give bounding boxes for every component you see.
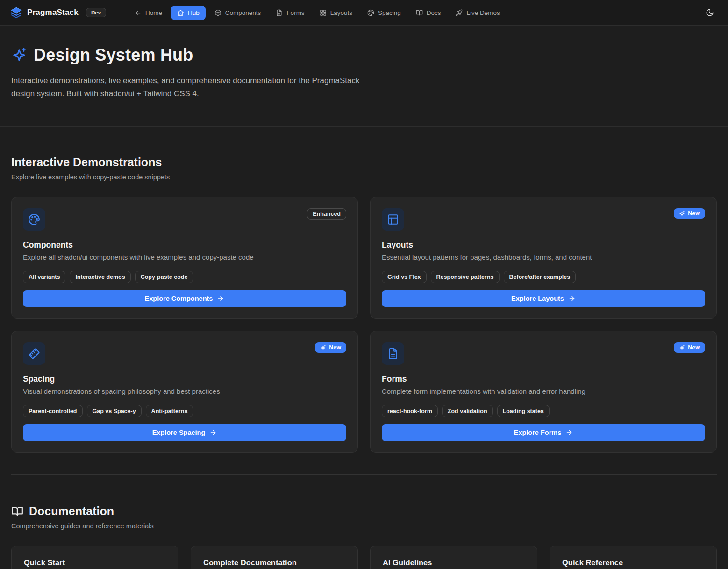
page-subtitle: Interactive demonstrations, live example…: [11, 74, 362, 100]
page-title: Design System Hub: [34, 45, 193, 65]
demo-card-forms: New Forms Complete form implementations …: [370, 331, 717, 453]
package-icon: [214, 9, 221, 16]
moon-icon: [706, 8, 714, 17]
doc-card-complete-documentation[interactable]: Complete Documentation Full design syste…: [191, 546, 358, 569]
sparkles-icon: [320, 345, 326, 351]
nav-label: Forms: [286, 9, 304, 16]
card-description: Essential layout patterns for pages, das…: [382, 253, 705, 261]
book-open-icon: [11, 505, 23, 518]
arrow-left-icon: [135, 9, 142, 16]
explore-components-button[interactable]: Explore Components: [23, 290, 346, 307]
doc-card-quick-start[interactable]: Quick Start 5-minute crash course: [11, 546, 178, 569]
home-icon: [177, 9, 184, 16]
sparkles-icon: [679, 345, 685, 351]
explore-forms-button[interactable]: Explore Forms: [382, 424, 705, 441]
top-navbar: PragmaStack Dev Home Hub Components Fo: [0, 0, 728, 26]
tag-row: Parent-controlled Gap vs Space-y Anti-pa…: [23, 405, 346, 417]
brand-name: PragmaStack: [27, 8, 79, 17]
card-title: Layouts: [382, 240, 705, 250]
card-description: Complete form implementations with valid…: [382, 387, 705, 395]
badge-label: New: [329, 344, 341, 351]
card-description: Visual demonstrations of spacing philoso…: [23, 387, 346, 395]
badge-label: New: [688, 344, 700, 351]
tag: Copy-paste code: [135, 271, 193, 283]
panels-top-left-icon: [382, 208, 404, 231]
tag: Grid vs Flex: [382, 271, 427, 283]
nav-label: Layouts: [330, 9, 352, 16]
tag: Responsive patterns: [431, 271, 500, 283]
section-divider: [11, 474, 717, 475]
nav-item-spacing[interactable]: Spacing: [361, 6, 407, 20]
main-content: Interactive Demonstrations Explore live …: [0, 156, 728, 569]
nav-label: Home: [145, 9, 162, 16]
card-description: Explore all shadcn/ui components with li…: [23, 253, 346, 261]
file-text-icon: [276, 9, 283, 16]
layers-logo-icon: [10, 7, 22, 19]
status-badge: Enhanced: [307, 208, 346, 220]
doc-card-quick-reference[interactable]: Quick Reference Cheat sheet for lookups: [550, 546, 717, 569]
tag: react-hook-form: [382, 405, 438, 417]
demo-card-grid: Enhanced Components Explore all shadcn/u…: [11, 197, 717, 453]
nav-item-components[interactable]: Components: [208, 6, 267, 20]
demo-card-spacing: New Spacing Visual demonstrations of spa…: [11, 331, 358, 453]
nav-label: Docs: [427, 9, 441, 16]
arrow-right-icon: [568, 295, 576, 302]
explore-spacing-button[interactable]: Explore Spacing: [23, 424, 346, 441]
demos-section: Interactive Demonstrations Explore live …: [11, 156, 717, 475]
env-badge: Dev: [86, 8, 106, 17]
layout-grid-icon: [320, 9, 327, 16]
nav-item-forms[interactable]: Forms: [270, 6, 310, 20]
tag: Before/after examples: [504, 271, 576, 283]
docs-heading: Documentation: [29, 505, 114, 518]
button-label: Explore Spacing: [152, 429, 206, 436]
card-title: Complete Documentation: [203, 558, 345, 567]
nav-item-home[interactable]: Home: [128, 6, 168, 20]
demos-heading: Interactive Demonstrations: [11, 156, 717, 169]
tag-row: All variants Interactive demos Copy-past…: [23, 271, 346, 283]
status-badge: New: [674, 342, 705, 353]
file-text-icon: [382, 342, 404, 365]
sparkles-icon: [679, 211, 685, 217]
doc-card-ai-guidelines[interactable]: AI Guidelines Rules for AI code generati…: [370, 546, 537, 569]
nav-label: Live Demos: [466, 9, 500, 16]
ruler-icon: [23, 342, 45, 365]
tag-row: react-hook-form Zod validation Loading s…: [382, 405, 705, 417]
nav-item-docs[interactable]: Docs: [410, 6, 447, 20]
button-label: Explore Layouts: [511, 295, 564, 302]
status-badge: New: [315, 342, 346, 353]
button-label: Explore Components: [145, 295, 213, 302]
docs-section: Documentation Comprehensive guides and r…: [11, 505, 717, 569]
tag: Loading states: [497, 405, 550, 417]
explore-layouts-button[interactable]: Explore Layouts: [382, 290, 705, 307]
card-title: Forms: [382, 374, 705, 384]
arrow-right-icon: [209, 429, 217, 436]
nav-item-live-demos[interactable]: Live Demos: [450, 6, 506, 20]
tag: Interactive demos: [70, 271, 130, 283]
palette-icon: [23, 208, 45, 231]
demos-subheading: Explore live examples with copy-paste co…: [11, 173, 717, 181]
nav-item-hub[interactable]: Hub: [171, 6, 206, 20]
book-open-icon: [416, 9, 423, 16]
card-title: Components: [23, 240, 346, 250]
nav-item-layouts[interactable]: Layouts: [314, 6, 358, 20]
hero-section: Design System Hub Interactive demonstrat…: [0, 26, 728, 127]
main-nav: Home Hub Components Forms Layouts: [128, 6, 506, 20]
demo-card-components: Enhanced Components Explore all shadcn/u…: [11, 197, 358, 319]
rocket-icon: [456, 9, 463, 16]
arrow-right-icon: [565, 429, 573, 436]
palette-icon: [367, 9, 374, 16]
sparkles-icon: [11, 47, 27, 63]
tag: Gap vs Space-y: [87, 405, 142, 417]
tag: Zod validation: [442, 405, 493, 417]
arrow-right-icon: [217, 295, 224, 302]
docs-card-grid: Quick Start 5-minute crash course Comple…: [11, 546, 717, 569]
tag: All variants: [23, 271, 65, 283]
card-title: Quick Start: [24, 558, 166, 567]
brand[interactable]: PragmaStack Dev: [10, 7, 106, 19]
demo-card-layouts: New Layouts Essential layout patterns fo…: [370, 197, 717, 319]
tag-row: Grid vs Flex Responsive patterns Before/…: [382, 271, 705, 283]
tag: Parent-controlled: [23, 405, 83, 417]
theme-toggle-button[interactable]: [702, 5, 718, 21]
nav-label: Hub: [188, 9, 200, 16]
status-badge: New: [674, 208, 705, 219]
